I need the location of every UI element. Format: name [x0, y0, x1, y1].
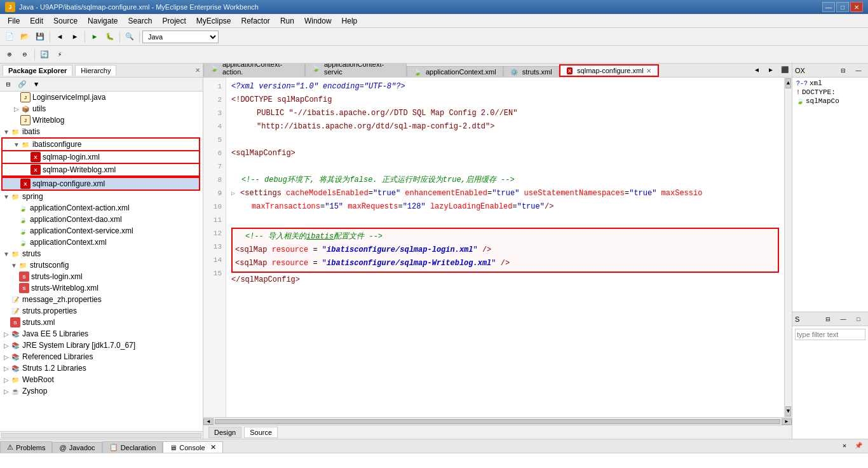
menu-project[interactable]: Project — [157, 15, 191, 27]
tb2-btn3[interactable]: 🔄 — [37, 48, 51, 62]
tab-javadoc[interactable]: @ Javadoc — [52, 442, 102, 453]
tree-sqlmap-login[interactable]: X sqlmap-login.xml — [1, 151, 200, 164]
tree-ac-service[interactable]: 🍃 applicationContext-service.xml — [0, 225, 203, 237]
tree-sqlmap-configure[interactable]: X sqlmap-configure.xml — [1, 177, 200, 191]
tree-javaee-lib[interactable]: ▷ 📚 Java EE 5 Libraries — [0, 328, 203, 340]
open-button[interactable]: 📂 — [18, 30, 32, 44]
tree-struts-props[interactable]: 📝 struts.properties — [0, 305, 203, 317]
tree-ac-dao[interactable]: 🍃 applicationContext-dao.xml — [0, 214, 203, 225]
perspective-dropdown[interactable]: Java — [142, 31, 219, 43]
source-tab[interactable]: Source — [244, 427, 278, 438]
tree-zyshop[interactable]: ▷ ☕ Zyshop — [0, 385, 203, 397]
app-icon: J — [5, 2, 15, 12]
tree-struts[interactable]: ▼ 📁 struts — [0, 248, 203, 259]
editor-scrollbar-v[interactable]: ▲ ▼ — [784, 78, 792, 417]
tab-ac-service[interactable]: 🍃 applicationContext-servic — [305, 64, 407, 77]
tab-sqlmap-configure[interactable]: X sqlmap-configure.xml ✕ — [559, 64, 659, 77]
code-editor[interactable]: <?xml version="1.0" encoding="UTF-8"?> <… — [226, 78, 784, 417]
s-panel-btn2[interactable]: — — [836, 312, 850, 326]
tree-scrollbar-h[interactable] — [0, 431, 203, 439]
tab-close-sqlmap[interactable]: ✕ — [646, 67, 651, 74]
filter-input[interactable] — [795, 329, 865, 340]
s-panel-btn1[interactable]: ⊟ — [821, 312, 835, 326]
tree-ac-action[interactable]: 🍃 applicationContext-action.xml — [0, 202, 203, 214]
link-editor-button[interactable]: 🔗 — [15, 78, 29, 92]
tree-sqlmap-writeblog[interactable]: X sqlmap-Writeblog.xml — [1, 164, 200, 177]
back-button[interactable]: ◀ — [53, 30, 67, 44]
tab-scroll-left[interactable]: ◀ — [750, 64, 764, 77]
console-pin[interactable]: 📌 — [851, 439, 865, 453]
menu-myeclipse[interactable]: MyEclipse — [191, 15, 236, 27]
tab-ac-xml[interactable]: 🍃 applicationContext.xml — [407, 66, 503, 77]
tree-struts-login[interactable]: S struts-login.xml — [0, 271, 203, 282]
menu-run[interactable]: Run — [275, 15, 299, 27]
tab-problems[interactable]: ⚠ Problems — [0, 441, 52, 453]
outline-minimize[interactable]: — — [851, 64, 865, 78]
outline-collapse[interactable]: ⊟ — [836, 64, 850, 78]
menu-refactor[interactable]: Refactor — [236, 15, 275, 27]
design-tab[interactable]: Design — [208, 427, 241, 438]
forward-button[interactable]: ▶ — [68, 30, 82, 44]
tree-ibatisconfigure[interactable]: ▼ 📁 ibatisconfigure — [1, 137, 200, 151]
tab-struts-xml[interactable]: ⚙️ struts.xml — [503, 66, 559, 77]
tab-console-close[interactable]: ✕ — [210, 443, 216, 451]
panel-close-button[interactable]: ✕ — [195, 67, 200, 74]
tab-javadoc-label: Javadoc — [69, 444, 95, 451]
maximize-button[interactable]: □ — [836, 2, 849, 12]
search-button[interactable]: 🔍 — [123, 30, 137, 44]
tab-maximize[interactable]: ⬛ — [778, 64, 792, 77]
debug-button[interactable]: 🐛 — [103, 30, 117, 44]
view-menu-button[interactable]: ▼ — [29, 78, 43, 92]
tree-message-props[interactable]: 📝 message_zh.properties — [0, 294, 203, 305]
close-button[interactable]: ✕ — [850, 2, 863, 12]
tree-struts-lib[interactable]: ▷ 📚 Struts 1.2 Libraries — [0, 362, 203, 374]
scroll-up[interactable]: ▲ — [785, 78, 791, 88]
scroll-down[interactable]: ▼ — [785, 406, 791, 416]
hscroll-right[interactable]: ▶ — [782, 418, 792, 425]
tab-console[interactable]: 🖥 Console ✕ — [163, 441, 222, 453]
tree-writeblog[interactable]: J Writeblog — [0, 114, 203, 126]
hscroll-left[interactable]: ◀ — [203, 418, 214, 425]
outline-xml-decl[interactable]: ?-? xml — [794, 79, 867, 88]
s-panel-maximize[interactable]: □ — [851, 312, 865, 326]
tree-ibatis[interactable]: ▼ 📁 ibatis — [0, 126, 203, 137]
tab-declaration[interactable]: 📋 Declaration — [102, 441, 163, 453]
save-button[interactable]: 💾 — [33, 30, 47, 44]
minimize-button[interactable]: — — [822, 2, 835, 12]
tree-ac-xml[interactable]: 🍃 applicationContext.xml — [0, 237, 203, 248]
tree-loginservice[interactable]: J LoginserviceImpl.java — [0, 92, 203, 103]
tree-webroot[interactable]: ▷ 📁 WebRoot — [0, 374, 203, 385]
menu-search[interactable]: Search — [123, 15, 157, 27]
menu-source[interactable]: Source — [48, 15, 83, 27]
editor-scrollbar-h[interactable]: ◀ ▶ — [203, 417, 792, 425]
line12-content: <!-- 导入相关的ibatis配置文件 --> — [235, 230, 383, 244]
tree-spring[interactable]: ▼ 📁 spring — [0, 191, 203, 202]
outline-sqlmapconfig[interactable]: 🍃 sqlMapCo — [794, 97, 867, 106]
outline-doctype[interactable]: ! DOCTYPE: — [794, 88, 867, 97]
tree-strutsconfig[interactable]: ▼ 📁 strutsconfig — [0, 259, 203, 271]
menu-edit[interactable]: Edit — [25, 15, 48, 27]
menu-file[interactable]: File — [3, 15, 25, 27]
icon-ibatisconfigure: 📁 — [20, 139, 31, 149]
tab-ac-action[interactable]: 🍃 applicationContext-action. — [203, 64, 305, 77]
run-button[interactable]: ▶ — [88, 30, 102, 44]
bottom-content: Maven Console — [0, 453, 868, 468]
menu-window[interactable]: Window — [299, 15, 337, 27]
tree-struts-xml[interactable]: S struts.xml — [0, 317, 203, 328]
tree-struts-writeblog[interactable]: S struts-Writeblog.xml — [0, 282, 203, 294]
menu-navigate[interactable]: Navigate — [83, 15, 123, 27]
tab-hierarchy[interactable]: Hierarchy — [75, 65, 116, 76]
tree-jre-lib[interactable]: ▷ 📚 JRE System Library [jdk1.7.0_67] — [0, 340, 203, 351]
tree-referenced-libs[interactable]: ▷ 📚 Referenced Libraries — [0, 351, 203, 362]
new-button[interactable]: 📄 — [3, 30, 17, 44]
tb2-btn2[interactable]: ⊖ — [18, 48, 32, 62]
menu-help[interactable]: Help — [337, 15, 363, 27]
console-clear[interactable]: ✕ — [837, 439, 851, 453]
line-num-8: 8 — [203, 174, 226, 187]
tab-package-explorer[interactable]: Package Explorer — [3, 65, 72, 76]
tree-utils[interactable]: ▷ 📦 utils — [0, 103, 203, 114]
tab-scroll-right[interactable]: ▶ — [764, 64, 778, 77]
tb2-btn1[interactable]: ⊕ — [3, 48, 17, 62]
tb2-btn4[interactable]: ⚡ — [53, 48, 67, 62]
collapse-all-button[interactable]: ⊟ — [1, 78, 15, 92]
